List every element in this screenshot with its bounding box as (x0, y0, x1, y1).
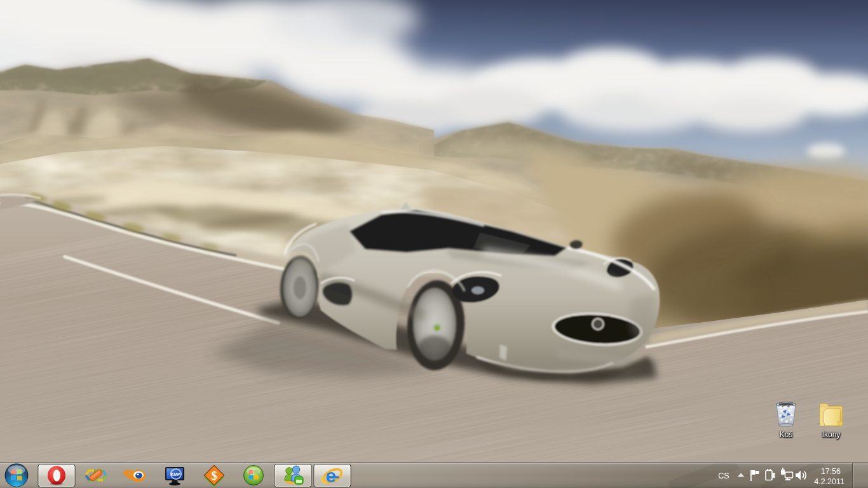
svg-text:$: $ (211, 469, 217, 482)
svg-text:KMP: KMP (170, 472, 180, 477)
svg-text:e: e (326, 465, 337, 486)
svg-text:4.2.2011: 4.2.2011 (814, 477, 844, 486)
svg-text:CS: CS (718, 471, 729, 480)
svg-text:17:56: 17:56 (821, 467, 841, 476)
